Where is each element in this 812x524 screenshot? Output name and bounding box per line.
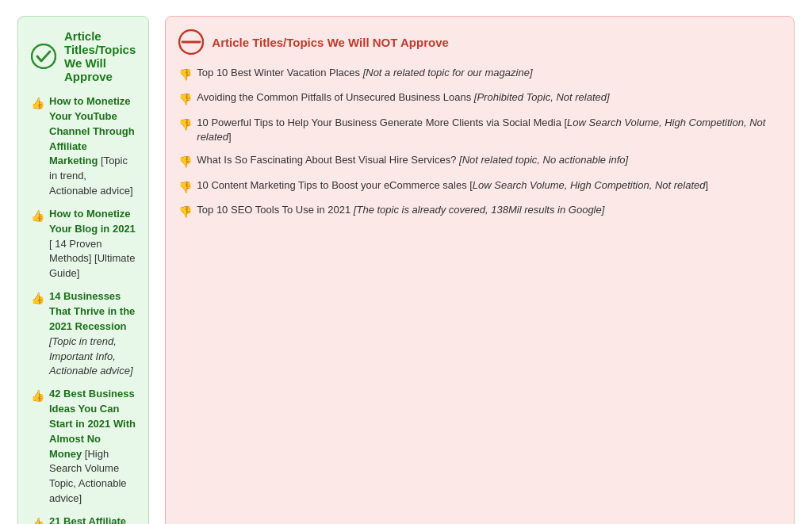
list-item: 👎 10 Content Marketing Tips to Boost you… bbox=[178, 178, 781, 195]
item-link[interactable]: 14 Businesses That Thrive in the 2021 Re… bbox=[49, 290, 135, 332]
list-item: 👎 Top 10 Best Winter Vacation Places [No… bbox=[178, 66, 781, 82]
thumbup-icon: 👍 bbox=[31, 388, 44, 507]
main-wrapper: Article Titles/Topics We Will Approve 👍 … bbox=[17, 16, 795, 524]
checkmark-icon bbox=[31, 44, 56, 69]
svg-point-0 bbox=[32, 44, 56, 68]
list-item: 👎 What Is So Fascinating About Best Visu… bbox=[178, 153, 781, 170]
item-note: [Not a related topic for our magazine] bbox=[363, 67, 533, 78]
thumbdown-icon: 👎 bbox=[178, 204, 192, 220]
notapprove-panel: Article Titles/Topics We Will NOT Approv… bbox=[165, 16, 795, 524]
thumbdown-icon: 👎 bbox=[178, 154, 192, 170]
thumbup-icon: 👍 bbox=[31, 208, 44, 281]
approve-title: Article Titles/Topics We Will Approve bbox=[64, 29, 136, 83]
item-note: [Topic in trend, Important Info, Actiona… bbox=[49, 335, 133, 377]
thumbup-icon: 👍 bbox=[31, 515, 44, 524]
item-note: Low Search Volume, High Competition, Not… bbox=[197, 117, 765, 143]
item-text: Top 10 Best Winter Vacation Places [Not … bbox=[197, 66, 781, 82]
item-text: How to Monetize Your YouTube Channel Thr… bbox=[49, 94, 136, 199]
thumbup-icon: 👍 bbox=[31, 290, 44, 379]
item-note: [ 14 Proven Methods] [Ultimate Guide] bbox=[49, 238, 135, 280]
list-item: 👎 Top 10 SEO Tools To Use in 2021 [The t… bbox=[178, 203, 781, 220]
notapprove-header: Article Titles/Topics We Will NOT Approv… bbox=[178, 29, 781, 55]
list-item: 👍 How to Monetize Your YouTube Channel T… bbox=[31, 94, 136, 199]
item-link[interactable]: 21 Best Affiliate Marketing Networks for… bbox=[49, 515, 126, 524]
notapprove-title: Article Titles/Topics We Will NOT Approv… bbox=[212, 36, 449, 49]
list-item: 👍 21 Best Affiliate Marketing Networks f… bbox=[31, 514, 136, 524]
list-item: 👍 42 Best Business Ideas You Can Start i… bbox=[31, 387, 136, 507]
list-item: 👎 10 Powerful Tips to Help Your Business… bbox=[178, 116, 781, 146]
no-icon bbox=[178, 29, 204, 55]
thumbdown-icon: 👎 bbox=[178, 91, 192, 107]
item-note: Low Search Volume, High Competition, Not… bbox=[473, 179, 706, 191]
item-text: Avoiding the Common Pitfalls of Unsecure… bbox=[197, 90, 781, 107]
notapprove-list: 👎 Top 10 Best Winter Vacation Places [No… bbox=[178, 66, 781, 220]
item-text: 21 Best Affiliate Marketing Networks for… bbox=[49, 514, 136, 524]
item-text: 42 Best Business Ideas You Can Start in … bbox=[49, 387, 136, 507]
item-text: Top 10 SEO Tools To Use in 2021 [The top… bbox=[197, 203, 781, 220]
approve-panel: Article Titles/Topics We Will Approve 👍 … bbox=[17, 16, 149, 524]
item-text: How to Monetize Your Blog in 2021 [ 14 P… bbox=[49, 207, 136, 281]
list-item: 👎 Avoiding the Common Pitfalls of Unsecu… bbox=[178, 90, 781, 107]
item-note: [The topic is already covered, 138Mil re… bbox=[354, 204, 605, 216]
thumbdown-icon: 👎 bbox=[178, 179, 192, 195]
thumbup-icon: 👍 bbox=[31, 95, 44, 199]
item-note: [Prohibited Topic, Not related] bbox=[474, 91, 610, 103]
thumbdown-icon: 👎 bbox=[178, 67, 192, 82]
item-text: 10 Content Marketing Tips to Boost your … bbox=[197, 178, 781, 195]
list-item: 👍 14 Businesses That Thrive in the 2021 … bbox=[31, 289, 136, 379]
item-note: [Not related topic, No actionable info] bbox=[459, 154, 628, 166]
thumbdown-icon: 👎 bbox=[178, 117, 192, 146]
item-text: 14 Businesses That Thrive in the 2021 Re… bbox=[49, 289, 136, 379]
item-text: What Is So Fascinating About Best Visual… bbox=[197, 153, 781, 170]
approve-header: Article Titles/Topics We Will Approve bbox=[31, 29, 136, 83]
approve-list: 👍 How to Monetize Your YouTube Channel T… bbox=[31, 94, 136, 524]
list-item: 👍 How to Monetize Your Blog in 2021 [ 14… bbox=[31, 207, 136, 281]
right-column: Article Titles/Topics We Will NOT Approv… bbox=[165, 16, 795, 524]
item-text: 10 Powerful Tips to Help Your Business G… bbox=[197, 116, 781, 146]
item-link[interactable]: How to Monetize Your Blog in 2021 bbox=[49, 208, 136, 235]
